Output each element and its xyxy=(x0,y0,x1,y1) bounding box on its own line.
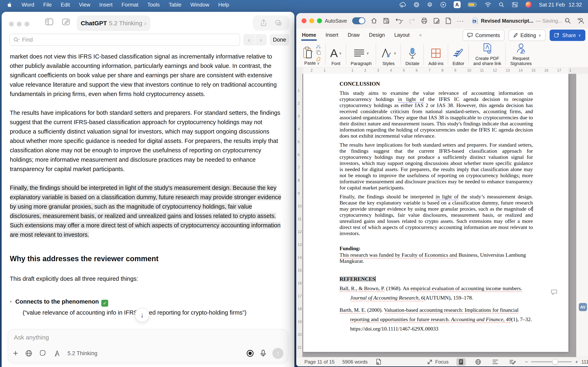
menu-format[interactable]: Format xyxy=(121,2,138,8)
minimize-button[interactable] xyxy=(17,22,22,26)
battery-icon[interactable] xyxy=(468,2,477,7)
dictate-group[interactable]: Dictate xyxy=(401,41,424,67)
menu-table[interactable]: Table xyxy=(169,2,181,8)
composer-model-label[interactable]: 5.2 Thinking xyxy=(68,350,98,357)
create-pdf-group[interactable]: Create PDFand share link xyxy=(469,41,506,67)
minimize-button[interactable] xyxy=(309,18,314,23)
horizontal-ruler[interactable]: 21 1234567891011121314151617 1 xyxy=(296,67,588,74)
menu-file[interactable]: File xyxy=(43,2,52,8)
word-count[interactable]: 5906 words xyxy=(342,359,368,365)
author-avatar-badge[interactable]: AV xyxy=(579,303,587,311)
spellcheck-status-icon[interactable] xyxy=(375,359,381,365)
tab-insert[interactable]: Insert xyxy=(325,32,338,38)
save-as-icon[interactable] xyxy=(433,17,440,24)
zoom-slider-thumb[interactable] xyxy=(552,359,558,365)
attach-plus-icon[interactable]: + xyxy=(13,349,18,358)
play-menu-icon[interactable] xyxy=(440,2,446,8)
paste-group[interactable]: Paste∨ xyxy=(298,41,326,67)
menu-view[interactable]: View xyxy=(79,2,90,8)
chat-message-body: market does not view this IFRS IC-based … xyxy=(10,52,281,340)
menu-clock: Sat 21 Feb 12.32 xyxy=(539,2,582,8)
wifi-icon[interactable] xyxy=(485,2,491,7)
chat-composer[interactable]: Ask anything + 5.2 Thinking ↑ xyxy=(8,329,288,363)
tab-home[interactable]: Home xyxy=(302,32,316,38)
writing-style-icon[interactable] xyxy=(54,350,61,357)
document-page[interactable]: CONCLUSSION This study aims to examine t… xyxy=(303,74,568,352)
more-tabs-icon[interactable]: » xyxy=(419,32,421,38)
find-input[interactable]: Find xyxy=(9,34,240,46)
styles-group[interactable]: ∨ Styles xyxy=(376,41,401,67)
screen-record-icon[interactable] xyxy=(414,2,419,8)
menu-app-name[interactable]: Word xyxy=(22,2,34,8)
word-doc-icon xyxy=(472,17,478,24)
input-source-icon[interactable]: A xyxy=(454,1,461,8)
onedrive-cloud-icon[interactable] xyxy=(399,2,406,7)
font-group[interactable]: A∨ Font xyxy=(326,41,346,67)
menu-insert[interactable]: Insert xyxy=(99,2,112,8)
vertical-ruler[interactable]: 123456789101112131415161718192021 xyxy=(296,74,303,357)
paragraph-group[interactable]: ∨ Paragraph xyxy=(346,41,376,67)
zoom-slider[interactable] xyxy=(531,361,572,362)
apple-logo-icon[interactable] xyxy=(7,2,13,8)
new-document-icon[interactable] xyxy=(445,17,451,24)
find-next-button[interactable]: › xyxy=(255,34,267,45)
share-icon[interactable] xyxy=(260,19,267,27)
sidebar-toggle-icon[interactable] xyxy=(45,18,53,26)
zoom-out-button[interactable]: − xyxy=(525,359,528,365)
menu-edit[interactable]: Edit xyxy=(61,2,70,8)
autosave-toggle[interactable] xyxy=(352,17,365,24)
window-controls[interactable] xyxy=(9,22,29,26)
microphone-icon[interactable] xyxy=(260,350,266,357)
spotlight-search-icon[interactable] xyxy=(499,2,504,8)
comments-button[interactable]: Comments xyxy=(463,30,504,41)
close-button[interactable] xyxy=(9,22,14,26)
openai-icon[interactable] xyxy=(427,2,433,8)
copy-icon[interactable] xyxy=(275,19,282,27)
tab-layout[interactable]: Layout xyxy=(394,32,410,38)
model-selector[interactable]: ChatGPT 5.2 Thinking › xyxy=(77,16,150,31)
find-done-button[interactable]: Done xyxy=(270,34,289,45)
document-title-group[interactable]: Revised Manuscript... — Saving... ∨ xyxy=(472,17,567,24)
comment-icon[interactable] xyxy=(551,289,558,295)
zoom-button[interactable] xyxy=(25,22,29,26)
menu-tools[interactable]: Tools xyxy=(147,2,160,8)
zoom-in-button[interactable]: + xyxy=(575,359,578,365)
zoom-button[interactable] xyxy=(317,18,322,23)
web-layout-view-button[interactable] xyxy=(474,358,483,366)
share-button[interactable]: Share ∨ xyxy=(550,30,585,41)
addins-group[interactable]: Add-ins xyxy=(424,41,448,67)
menu-window[interactable]: Window xyxy=(190,2,209,8)
composer-placeholder[interactable]: Ask anything xyxy=(14,334,49,341)
zoom-control[interactable]: − + 111% xyxy=(525,359,588,365)
editing-mode-button[interactable]: Editing ∨ xyxy=(509,30,545,41)
tab-draw[interactable]: Draw xyxy=(348,32,360,38)
editor-group[interactable]: Editor xyxy=(448,41,469,67)
redo-icon[interactable] xyxy=(408,17,415,24)
request-signatures-group[interactable]: RequestSignatures xyxy=(506,41,536,67)
draft-view-button[interactable] xyxy=(508,358,517,366)
record-mode-icon[interactable] xyxy=(246,350,254,357)
more-toolbar-icon[interactable]: ··· xyxy=(457,17,464,24)
user-avatar[interactable] xyxy=(526,2,532,8)
outline-view-button[interactable] xyxy=(491,358,500,366)
menu-help[interactable]: Help xyxy=(218,2,229,8)
print-icon[interactable] xyxy=(421,17,428,24)
search-icon[interactable] xyxy=(564,17,571,24)
close-button[interactable] xyxy=(302,18,306,23)
control-center-icon[interactable] xyxy=(512,2,518,8)
page-indicator[interactable]: Page 11 of 15 xyxy=(304,359,335,365)
tab-design[interactable]: Design xyxy=(369,32,385,38)
send-button[interactable]: ↑ xyxy=(272,348,283,359)
apps-icon[interactable] xyxy=(39,350,47,357)
share-contact-icon[interactable] xyxy=(577,17,585,24)
web-search-globe-icon[interactable] xyxy=(25,350,33,357)
find-previous-button[interactable]: ‹ xyxy=(243,34,255,45)
undo-icon[interactable] xyxy=(395,17,403,24)
print-layout-view-button[interactable] xyxy=(456,358,466,366)
save-icon[interactable] xyxy=(383,17,390,24)
zoom-percentage[interactable]: 111% xyxy=(581,359,588,365)
home-icon[interactable] xyxy=(371,17,378,24)
focus-button[interactable]: Focus xyxy=(427,359,449,365)
new-chat-icon[interactable] xyxy=(62,18,70,26)
scroll-to-bottom-button[interactable]: ↓ xyxy=(135,308,149,322)
